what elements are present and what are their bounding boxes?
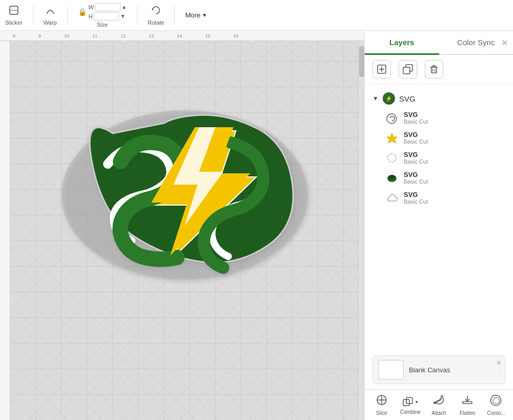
right-panel: Layers Color Sync ✕ ▼ ⚡ S	[364, 31, 513, 420]
contour-button[interactable]: Conto...	[483, 394, 509, 416]
blank-canvas-label: Blank Canvas	[409, 366, 450, 374]
combine-icon: ▼	[402, 395, 419, 408]
lock-icon: 🔒	[78, 8, 87, 16]
sep3	[137, 6, 137, 25]
size-up-icon[interactable]: ▲	[122, 4, 127, 10]
group-icon: ⚡	[383, 92, 395, 105]
top-toolbar: Sticker Warp 🔒 W ▲ H ▼ S	[0, 0, 513, 31]
svg-rect-8	[431, 67, 437, 73]
vertical-scrollbar[interactable]	[358, 41, 364, 420]
layers-list: ▼ ⚡ SVG SVG Basic Cut SVG	[365, 84, 513, 350]
panel-close-button[interactable]: ✕	[501, 37, 508, 47]
sticker-tool[interactable]: Sticker	[5, 5, 23, 26]
layer-item[interactable]: SVG Basic Cut	[365, 148, 513, 168]
rotate-tool[interactable]: Rotate	[148, 5, 164, 26]
flatten-icon	[461, 394, 473, 409]
more-button[interactable]: More ▼	[185, 11, 207, 19]
layer-icon-3	[385, 151, 399, 165]
layer-info-2: SVG Basic Cut	[404, 131, 428, 145]
blank-canvas-notification: Blank Canvas ✕	[372, 355, 505, 384]
layer-item[interactable]: SVG Basic Cut	[365, 128, 513, 148]
main-area: 8 9 10 11 12 13 14 15 16	[0, 31, 513, 420]
tab-layers[interactable]: Layers	[365, 31, 439, 54]
layer-info-3: SVG Basic Cut	[404, 151, 428, 165]
panel-add-button[interactable]	[372, 60, 391, 78]
slice-icon	[376, 394, 388, 409]
scrollbar-thumb[interactable]	[359, 46, 364, 77]
group-chevron-icon: ▼	[372, 95, 379, 102]
canvas-area[interactable]: 8 9 10 11 12 13 14 15 16	[0, 31, 364, 420]
layer-icon-1	[385, 111, 399, 125]
svg-rect-7	[403, 67, 410, 74]
panel-delete-button[interactable]	[425, 60, 443, 78]
layer-info-5: SVG Basic Cut	[404, 191, 428, 205]
layer-item[interactable]: SVG Basic Cut	[365, 188, 513, 208]
ruler-left	[0, 41, 10, 420]
canvas-grid[interactable]	[10, 41, 364, 420]
combine-button[interactable]: ▼ Combine	[398, 395, 423, 415]
sep2	[67, 6, 68, 25]
warp-tool[interactable]: Warp	[44, 5, 57, 26]
panel-copy-button[interactable]	[399, 60, 417, 78]
panel-toolbar	[365, 55, 513, 84]
blank-canvas-close-button[interactable]: ✕	[496, 359, 502, 367]
layer-info-1: SVG Basic Cut	[404, 111, 428, 125]
layer-icon-5	[385, 191, 399, 205]
layer-icon-4	[385, 171, 399, 185]
blank-canvas-thumbnail	[378, 360, 404, 379]
attach-icon	[432, 394, 445, 409]
slice-button[interactable]: Slice	[369, 394, 394, 416]
sep1	[33, 6, 33, 25]
svg-point-14	[388, 175, 396, 180]
bottom-toolbar: Slice ▼ Combine Attach Flatten	[365, 389, 513, 420]
panel-tabs: Layers Color Sync ✕	[365, 31, 513, 55]
ruler-top: 8 9 10 11 12 13 14 15 16	[0, 31, 364, 41]
size-down-icon[interactable]: ▼	[120, 13, 125, 19]
svg-rect-20	[463, 402, 472, 404]
layer-info-4: SVG Basic Cut	[404, 171, 428, 185]
sticker-icon	[8, 5, 19, 18]
sep4	[174, 6, 175, 25]
layer-icon-2	[385, 131, 399, 145]
layer-item[interactable]: SVG Basic Cut	[365, 168, 513, 188]
contour-icon	[490, 394, 502, 409]
warp-icon	[45, 5, 56, 18]
combine-dropdown-arrow: ▼	[415, 399, 419, 405]
ruler-numbers: 8 9 10 11 12 13 14 15 16	[10, 31, 364, 41]
rotate-icon	[150, 5, 162, 18]
logo-container[interactable]	[41, 82, 328, 297]
flatten-button[interactable]: Flatten	[455, 394, 480, 416]
layer-item[interactable]: SVG Basic Cut	[365, 108, 513, 128]
attach-button[interactable]: Attach	[426, 394, 451, 416]
svg-marker-11	[387, 133, 397, 143]
size-tool[interactable]: 🔒 W ▲ H ▼ Size	[78, 3, 127, 28]
more-chevron-icon: ▼	[202, 12, 207, 18]
layer-group-svg[interactable]: ▼ ⚡ SVG	[365, 89, 513, 108]
svg-point-12	[388, 154, 396, 162]
